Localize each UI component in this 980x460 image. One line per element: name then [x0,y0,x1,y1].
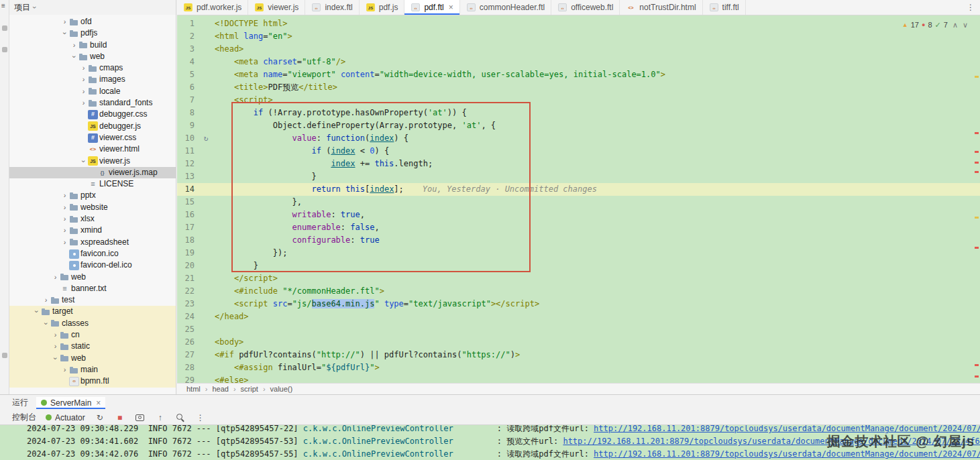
tree-item-debugger.css[interactable]: debugger.css [9,109,176,120]
chevron-icon[interactable]: › [79,62,88,74]
chevron-icon[interactable]: › [79,97,88,109]
export-icon[interactable]: ↑ [155,412,166,423]
red-stripe-mark[interactable] [975,162,979,164]
editor-tab-viewer.js[interactable]: viewer.js [248,0,305,15]
editor-tab-tiff.ftl[interactable]: tiff.ftl [703,0,746,15]
tree-item-pdfjs[interactable]: ›pdfjs [9,27,176,39]
tree-item-banner.txt[interactable]: banner.txt [9,283,176,294]
editor-tab-pdf.worker.js[interactable]: pdf.worker.js [177,0,248,15]
code-line-8[interactable]: 8 if (!Array.prototype.hasOwnProperty('a… [177,107,980,119]
tree-item-viewer.js.map[interactable]: viewer.js.map [9,167,176,178]
tree-item-viewer.js[interactable]: ›viewer.js [9,156,176,167]
code-line-2[interactable]: 2<html lang="en"> [177,30,980,43]
code-line-10[interactable]: 10↻ value: function(index) { [177,132,980,145]
editor-tab-notTrustDir.html[interactable]: notTrustDir.html [620,0,702,15]
code-line-29[interactable]: 29<#else> [177,374,980,383]
tree-item-viewer.html[interactable]: viewer.html [9,143,176,155]
tree-item-web[interactable]: ›web [9,272,176,283]
tree-item-viewer.css[interactable]: viewer.css [9,132,176,143]
tree-item-classes[interactable]: ›classes [9,318,176,329]
chevron-icon[interactable]: › [51,341,60,352]
code-line-27[interactable]: 27<#if pdfUrl?contains("http://") || pdf… [177,349,980,361]
tool-stripe-icon[interactable] [2,353,7,358]
editor-tab-pdf.ftl[interactable]: pdf.ftl× [404,0,459,15]
tab-servermain[interactable]: ServerMain × [36,397,105,409]
code-line-6[interactable]: 6 <title>PDF预览</title> [177,81,980,94]
red-stripe-mark[interactable] [975,376,979,378]
code-editor[interactable]: 1<!DOCTYPE html>2<html lang="en">3<head>… [177,15,980,383]
camera-icon[interactable] [135,412,146,423]
tree-item-favicon.ico[interactable]: favicon.ico [9,248,176,260]
code-line-12[interactable]: 12 index += this.length; [177,158,980,170]
stop-icon[interactable]: ■ [115,412,125,423]
editor-tab-commonHeader.ftl[interactable]: commonHeader.ftl [460,0,551,15]
more-icon[interactable]: ⋮ [961,0,980,15]
tree-item-LICENSE[interactable]: LICENSE [9,178,176,190]
code-line-4[interactable]: 4 <meta charset="utf-8"/> [177,56,980,68]
menu-icon[interactable]: ≡ [1,2,5,9]
tree-item-debugger.js[interactable]: debugger.js [9,121,176,132]
tree-item-xlsx[interactable]: ›xlsx [9,213,176,225]
chevron-down-icon[interactable]: › [31,6,39,9]
tree-item-images[interactable]: ›images [9,74,176,85]
chevron-icon[interactable]: › [60,202,69,213]
chevron-icon[interactable]: › [60,16,69,27]
breadcrumb-value()[interactable]: value() [270,385,293,393]
code-line-14[interactable]: 14 return this[index];You, Yesterday · U… [177,183,980,196]
tree-item-test[interactable]: ›test [9,294,176,306]
tree-item-ofd[interactable]: ›ofd [9,16,176,27]
next-issue-icon[interactable]: ∨ [963,19,968,32]
run-toolwindow-label[interactable]: 运行 [12,397,28,408]
code-line-23[interactable]: 23 <script src="js/base64.min.js" type="… [177,298,980,310]
tree-item-xspreadsheet[interactable]: ›xspreadsheet [9,237,176,248]
tree-item-cmaps[interactable]: ›cmaps [9,62,176,74]
yellow-stripe-mark[interactable] [975,76,979,78]
code-line-3[interactable]: 3<head> [177,43,980,56]
more-icon[interactable]: ⋮ [195,412,206,423]
red-stripe-mark[interactable] [975,171,979,173]
breadcrumb-head[interactable]: head [212,385,228,393]
tree-item-web[interactable]: ›web [9,353,176,364]
breadcrumb-html[interactable]: html [186,385,201,393]
code-line-15[interactable]: 15 }, [177,196,980,209]
tree-item-favicon-del.ico[interactable]: favicon-del.ico [9,260,176,271]
log-url-link[interactable]: http://192.168.11.201:8879/topcloudsys/u… [594,425,980,433]
chevron-icon[interactable]: › [60,237,69,248]
red-stripe-mark[interactable] [975,132,979,134]
red-stripe-mark[interactable] [975,247,979,249]
code-line-24[interactable]: 24</head> [177,310,980,323]
chevron-icon[interactable]: › [79,74,88,85]
code-line-18[interactable]: 18 configurable: true [177,234,980,247]
code-line-25[interactable]: 25 [177,323,980,336]
tree-item-main[interactable]: ›main [9,364,176,376]
inspections-widget[interactable]: ▲ 17 ● 8 ✓ 7 ∧ ∨ [902,19,968,32]
tab-console[interactable]: 控制台 [12,412,36,423]
tree-item-web[interactable]: ›web [9,51,176,62]
chevron-icon[interactable]: › [60,225,69,236]
run-console[interactable]: 2024-07-23 09:30:48.229 INFO 7672 --- [q… [0,425,980,460]
tree-item-standard_fonts[interactable]: ›standard_fonts [9,97,176,109]
log-url-link[interactable]: http://192.168.11.201:8879/topcloudsys/u… [563,437,980,446]
code-line-1[interactable]: 1<!DOCTYPE html> [177,17,980,30]
yellow-stripe-mark[interactable] [975,217,979,219]
editor-tab-pdf.js[interactable]: pdf.js [360,0,405,15]
code-line-7[interactable]: 7 <script> [177,94,980,107]
code-line-9[interactable]: 9 Object.defineProperty(Array.prototype,… [177,119,980,132]
tree-item-cn[interactable]: ›cn [9,329,176,341]
editor-tab-officeweb.ftl[interactable]: officeweb.ftl [551,0,620,15]
chevron-icon[interactable]: › [70,40,78,51]
code-line-5[interactable]: 5 <meta name="viewport" content="width=d… [177,68,980,81]
code-line-26[interactable]: 26<body> [177,336,980,349]
search-icon[interactable] [175,412,186,423]
tool-stripe-icon[interactable] [2,47,7,52]
red-stripe-mark[interactable] [975,364,979,366]
code-line-22[interactable]: 22 <#include "*/commonHeader.ftl"> [177,285,980,298]
chevron-icon[interactable]: › [60,190,69,201]
close-icon[interactable]: × [96,398,101,408]
breadcrumb-script[interactable]: script [241,385,258,393]
chevron-icon[interactable]: › [42,294,50,306]
tab-actuator[interactable]: Actuator [46,413,85,422]
code-line-19[interactable]: 19 }); [177,247,980,260]
prev-issue-icon[interactable]: ∧ [952,19,958,32]
code-line-11[interactable]: 11 if (index < 0) { [177,145,980,158]
